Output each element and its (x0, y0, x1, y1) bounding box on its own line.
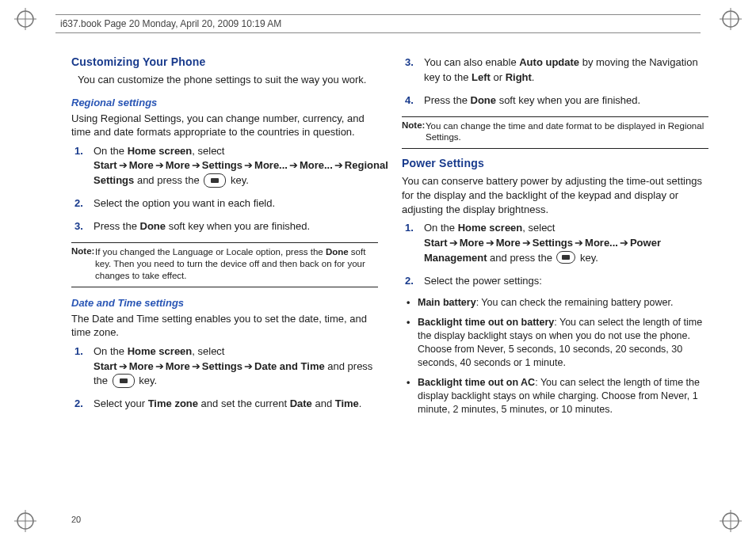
left-column: Customizing Your Phone You can customize… (71, 55, 378, 508)
heading-regional: Regional settings (71, 97, 378, 108)
intro-power: You can conserve battery power by adjust… (402, 174, 708, 216)
header-crop-info: i637.book Page 20 Monday, April 20, 2009… (55, 14, 701, 33)
heading-datetime: Date and Time settings (71, 297, 378, 309)
divider (402, 148, 708, 149)
divider (71, 287, 378, 287)
regional-steps: On the Home screen, select Start➔More➔Mo… (71, 144, 378, 234)
heading-customizing: Customizing Your Phone (71, 55, 378, 68)
step-item: You can also enable Auto update by movin… (424, 55, 708, 86)
list-item: Main battery: You can check the remainin… (418, 296, 708, 310)
crop-mark-icon (14, 510, 36, 532)
ok-key-icon (204, 173, 226, 188)
ok-key-icon (556, 251, 575, 264)
intro-customizing: You can customize the phone settings to … (71, 73, 378, 87)
datetime-steps: On the Home screen, select Start➔More➔Mo… (71, 344, 378, 412)
step-item: On the Home screen, select Start➔More➔Mo… (424, 221, 708, 266)
step-item: Select the option you want in each field… (94, 196, 378, 211)
divider (402, 116, 708, 117)
datetime-steps-continued: You can also enable Auto update by movin… (402, 55, 708, 108)
power-bullets: Main battery: You can check the remainin… (402, 296, 708, 416)
note-regional: Note: If you changed the Language or Loc… (71, 246, 378, 282)
step-item: Press the Done soft key when you are fin… (424, 93, 708, 108)
note-datetime: Note: You can change the time and date f… (402, 120, 708, 144)
list-item: Backlight time out on AC: You can select… (418, 376, 708, 416)
list-item: Backlight time out on battery: You can s… (418, 316, 708, 370)
crop-mark-icon (720, 510, 742, 532)
crop-mark-icon (14, 8, 36, 30)
page-content: Customizing Your Phone You can customize… (71, 55, 708, 508)
page-number: 20 (71, 515, 81, 524)
step-item: On the Home screen, select Start➔More➔Mo… (94, 144, 378, 189)
ok-key-icon (113, 374, 135, 388)
intro-regional: Using Regional Settings, you can change … (71, 112, 378, 139)
crop-mark-icon (720, 8, 742, 30)
right-column: You can also enable Auto update by movin… (402, 55, 708, 508)
header-text: i637.book Page 20 Monday, April 20, 2009… (60, 18, 281, 29)
power-steps: On the Home screen, select Start➔More➔Mo… (402, 221, 708, 288)
step-item: Select the power settings: (424, 274, 708, 289)
intro-datetime: The Date and Time setting enables you to… (71, 312, 378, 340)
heading-power: Power Settings (402, 157, 708, 169)
divider (71, 242, 378, 243)
step-item: Press the Done soft key when you are fin… (94, 219, 378, 234)
step-item: On the Home screen, select Start➔More➔Mo… (94, 344, 378, 390)
step-item: Select your Time zone and set the curren… (94, 397, 378, 412)
